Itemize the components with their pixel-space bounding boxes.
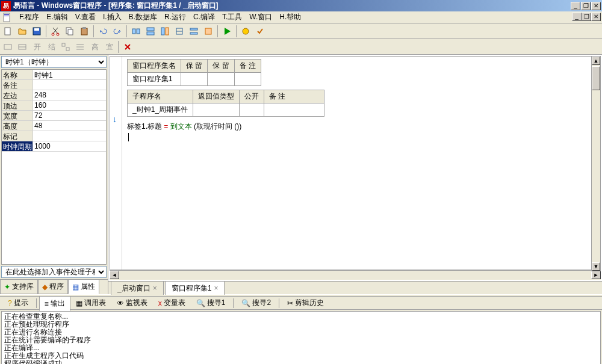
out-tab-vars[interactable]: x变量表 [153, 295, 191, 310]
tb-d[interactable] [173, 25, 186, 38]
menu-run[interactable]: R.运行 [161, 11, 190, 23]
prop-value[interactable] [33, 131, 106, 141]
maximize-button[interactable]: ❐ [581, 2, 591, 10]
object-combo[interactable]: 时钟1（时钟） [1, 56, 107, 68]
menu-program[interactable]: F.程序 [16, 11, 43, 23]
tab-support[interactable]: ✦支持库 [0, 280, 38, 294]
prop-value[interactable]: 248 [33, 90, 106, 100]
redo-button[interactable] [111, 25, 124, 38]
new-button[interactable] [1, 25, 14, 38]
output-body[interactable]: 正在检查重复名称... 正在预处理现行程序 正在进行名称连接 正在统计需要编译的… [1, 311, 601, 364]
child-close-button[interactable]: ✕ [591, 13, 601, 21]
t2-1[interactable] [1, 40, 14, 54]
out-tab-search1[interactable]: 🔍搜寻1 [191, 295, 231, 310]
menu-database[interactable]: B.数据库 [125, 11, 161, 23]
menu-view[interactable]: V.查看 [72, 11, 99, 23]
svg-rect-11 [82, 27, 86, 29]
tb-g[interactable] [239, 25, 252, 38]
out-tab-clip[interactable]: ✂剪辑历史 [282, 295, 329, 310]
tab-module1[interactable]: 窗口程序集1× [165, 281, 225, 295]
close-button[interactable]: ✕ [591, 2, 601, 10]
child-restore-button[interactable]: ❐ [582, 13, 591, 21]
tab-property[interactable]: ▦属性 [68, 280, 99, 294]
prop-value[interactable]: 1000 [33, 141, 106, 151]
t2-5[interactable] [59, 40, 72, 54]
output-line: 正在编译... [4, 344, 598, 352]
td[interactable] [264, 103, 324, 117]
minimize-button[interactable]: _ [571, 2, 580, 10]
close-icon[interactable]: × [214, 284, 218, 292]
t2-3[interactable]: 开 [30, 40, 43, 54]
prop-value[interactable]: 48 [33, 121, 106, 131]
td[interactable] [181, 73, 208, 86]
t2-8[interactable]: 宜 [102, 40, 116, 54]
run-button[interactable] [220, 25, 234, 38]
td[interactable] [240, 103, 264, 117]
code-content[interactable]: 窗口程序集名 保 留 保 留 备 注 窗口程序集1 子程序名 [122, 57, 600, 270]
prop-value[interactable]: 时钟1 [33, 70, 106, 79]
output-line: 正在生成主程序入口代码 [4, 352, 598, 360]
menu-compile[interactable]: C.编译 [190, 11, 219, 23]
menu-insert[interactable]: I.插入 [99, 11, 125, 23]
output-line: 正在进行名称连接 [4, 329, 598, 336]
prop-label: 高度 [2, 121, 33, 131]
t2-4[interactable]: 结 [45, 40, 58, 54]
prop-label-selected: 时钟周期 [2, 141, 33, 151]
scroll-thumb[interactable] [592, 66, 600, 90]
out-tab-hint[interactable]: ?提示 [2, 295, 34, 310]
td[interactable]: _时钟1_周期事件 [128, 103, 193, 117]
h-scrollbar[interactable]: ◄ ► [110, 270, 601, 280]
tb-e[interactable] [187, 25, 200, 38]
scroll-up-icon[interactable]: ▲ [592, 57, 600, 65]
menu-window[interactable]: W.窗口 [246, 11, 276, 23]
td[interactable] [234, 73, 261, 86]
menubar: F.程序 E.编辑 V.查看 I.插入 B.数据库 R.运行 C.编译 T.工具… [0, 11, 602, 23]
out-tab-watch[interactable]: 👁监视表 [111, 295, 153, 310]
tab-program[interactable]: ◆程序 [38, 280, 68, 294]
module-table: 窗口程序集名 保 留 保 留 备 注 窗口程序集1 [127, 59, 261, 86]
td[interactable] [193, 103, 240, 117]
svg-rect-5 [34, 28, 39, 31]
close-icon[interactable]: × [153, 284, 157, 292]
prop-value[interactable]: 72 [33, 111, 106, 120]
open-button[interactable] [16, 25, 29, 38]
out-tab-search2[interactable]: 🔍搜寻2 [236, 295, 276, 310]
td[interactable] [208, 73, 234, 86]
menu-edit[interactable]: E.编辑 [43, 11, 71, 23]
tb-a[interactable] [129, 25, 143, 38]
scroll-down-icon[interactable]: ▼ [592, 262, 600, 271]
tb-h[interactable] [253, 25, 267, 38]
t2-2[interactable] [16, 40, 29, 54]
tb-b[interactable] [144, 25, 157, 38]
out-tab-output[interactable]: ≡输出 [39, 296, 70, 311]
save-button[interactable] [30, 25, 43, 38]
cursor-line[interactable] [128, 133, 129, 141]
scroll-left-icon[interactable]: ◄ [110, 271, 119, 279]
t2-close[interactable] [121, 40, 134, 54]
copy-button[interactable] [63, 25, 76, 38]
prop-label: 顶边 [2, 100, 33, 110]
menu-help[interactable]: H.帮助 [276, 11, 305, 23]
property-grid[interactable]: 名称时钟1 备注 左边248 顶边160 宽度72 高度48 标记 时钟周期10… [1, 69, 107, 265]
output-panel: ?提示 ≡输出 ▦调用表 👁监视表 x变量表 🔍搜寻1 🔍搜寻2 ✂剪辑历史 正… [0, 297, 602, 364]
v-scrollbar[interactable]: ▲ ▼ [591, 56, 601, 271]
scroll-right-icon[interactable]: ► [591, 271, 601, 279]
event-combo[interactable]: 在此处选择加入事件处理子程序 [1, 266, 107, 278]
prop-value[interactable] [33, 80, 106, 90]
t2-6[interactable] [73, 40, 87, 54]
svg-rect-30 [66, 48, 69, 51]
tab-startup-window[interactable]: _启动窗口× [111, 281, 164, 295]
td[interactable]: 窗口程序集1 [128, 73, 181, 86]
out-tab-calltable[interactable]: ▦调用表 [70, 295, 111, 310]
menu-tools[interactable]: T.工具 [219, 11, 246, 23]
tb-f[interactable] [202, 25, 215, 38]
child-minimize-button[interactable]: _ [572, 13, 582, 21]
paste-button[interactable] [78, 25, 91, 38]
prop-value[interactable]: 160 [33, 100, 106, 110]
toolbar-main [0, 23, 602, 39]
cut-button[interactable] [49, 25, 62, 38]
tb-c[interactable] [158, 25, 172, 38]
undo-button[interactable] [96, 25, 110, 38]
t2-7[interactable]: 高 [88, 40, 101, 54]
code-line[interactable]: 标签1.标题 = 到文本 (取现行时间 ()) [127, 120, 595, 133]
